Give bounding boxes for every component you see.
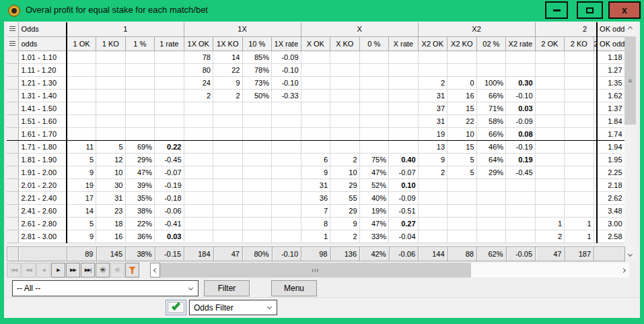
cell-x-rate[interactable] bbox=[389, 51, 419, 63]
cell-x2-pct[interactable] bbox=[476, 51, 506, 63]
cell-x2-pct[interactable]: 64% bbox=[476, 153, 506, 166]
cell-x-pct[interactable]: 52% bbox=[359, 179, 389, 191]
cell-2-ok[interactable]: 2 bbox=[535, 230, 565, 242]
ok-odd-cell[interactable]: 1.37 bbox=[597, 102, 624, 115]
table-row[interactable]: 1.31 - 1.40 2 2 50% -0.33 31 bbox=[7, 89, 624, 102]
cell-x-ko[interactable] bbox=[330, 140, 360, 153]
cell-1x-ok[interactable] bbox=[184, 140, 213, 153]
cell-1x-pct[interactable]: 50% bbox=[242, 89, 272, 102]
cell-x2-rate[interactable] bbox=[506, 63, 536, 76]
cell-1x-rate[interactable] bbox=[272, 230, 301, 242]
cell-x-rate[interactable]: 0.27 bbox=[389, 217, 419, 230]
cell-1-rate[interactable]: -0.41 bbox=[155, 217, 184, 230]
cell-x-ok[interactable] bbox=[301, 115, 330, 127]
cell-2-ok[interactable] bbox=[535, 76, 565, 89]
ok-odd-cell[interactable]: 1.95 bbox=[597, 153, 624, 166]
cell-1x-rate[interactable] bbox=[272, 102, 301, 115]
cell-1x-ok[interactable] bbox=[184, 204, 213, 217]
cell-1x-ko[interactable] bbox=[213, 217, 243, 230]
cell-1-ko[interactable]: 10 bbox=[96, 166, 126, 179]
cell-1-ok[interactable]: 9 bbox=[67, 230, 96, 242]
cell-x2-ok[interactable]: 19 bbox=[418, 127, 448, 140]
cell-1x-pct[interactable]: 85% bbox=[242, 51, 272, 63]
cell-x2-rate[interactable]: -0.19 bbox=[506, 140, 536, 153]
cell-x2-ko[interactable] bbox=[448, 204, 477, 217]
cell-1-pct[interactable]: 35% bbox=[125, 191, 155, 204]
cell-1-pct[interactable] bbox=[125, 115, 155, 127]
cell-x2-pct[interactable] bbox=[476, 217, 506, 230]
cell-1-ok[interactable]: 5 bbox=[67, 217, 96, 230]
cell-x2-ok[interactable] bbox=[418, 191, 448, 204]
cell-x2-pct[interactable] bbox=[476, 63, 506, 76]
cell-1-ok[interactable] bbox=[67, 76, 96, 89]
cell-1-ok[interactable] bbox=[67, 127, 96, 140]
odds-range-cell[interactable]: 1.61 - 1.70 bbox=[18, 127, 67, 140]
cell-1x-rate[interactable] bbox=[272, 179, 301, 191]
odds-range-cell[interactable]: 1.11 - 1.20 bbox=[18, 63, 67, 76]
cell-x-ko[interactable] bbox=[330, 51, 360, 63]
table-row[interactable]: 1.91 - 2.00 9 10 47% -0.07 9 10 47% -0.0… bbox=[7, 166, 624, 179]
cell-x2-rate[interactable] bbox=[506, 230, 536, 242]
cell-1x-ok[interactable]: 80 bbox=[184, 63, 213, 76]
cell-2-ko[interactable] bbox=[565, 76, 594, 89]
cell-1-ko[interactable] bbox=[96, 63, 126, 76]
cell-1x-pct[interactable] bbox=[242, 179, 272, 191]
cell-1-pct[interactable]: 36% bbox=[125, 230, 155, 242]
cell-1-pct[interactable] bbox=[125, 102, 155, 115]
cell-x-ok[interactable]: 36 bbox=[301, 191, 330, 204]
cell-1-rate[interactable] bbox=[155, 63, 184, 76]
cell-1-pct[interactable] bbox=[125, 89, 155, 102]
cell-1-pct[interactable]: 38% bbox=[125, 204, 155, 217]
cell-x-ko[interactable]: 55 bbox=[330, 191, 360, 204]
table-row[interactable]: 2.21 - 2.40 17 31 35% -0.18 36 55 40% -0… bbox=[7, 191, 624, 204]
cell-x-ko[interactable]: 10 bbox=[330, 166, 360, 179]
cell-1x-ko[interactable] bbox=[213, 140, 243, 153]
odds-range-cell[interactable]: 1.41 - 1.50 bbox=[18, 102, 67, 115]
cell-1x-ok[interactable] bbox=[184, 166, 213, 179]
cell-1x-ok[interactable] bbox=[184, 127, 213, 140]
cell-1-rate[interactable] bbox=[155, 51, 184, 63]
cell-x-pct[interactable] bbox=[359, 140, 389, 153]
cell-x-rate[interactable]: -0.51 bbox=[389, 204, 419, 217]
cell-1x-rate[interactable] bbox=[272, 166, 301, 179]
table-row[interactable]: 1.81 - 1.90 5 12 29% -0.45 6 2 75% 0.40 bbox=[7, 153, 624, 166]
cell-x2-pct[interactable]: 29% bbox=[476, 166, 506, 179]
cell-1-ko[interactable] bbox=[96, 76, 126, 89]
ok-odd-cell[interactable]: 2.62 bbox=[597, 191, 624, 204]
cell-1-ok[interactable] bbox=[67, 102, 96, 115]
cell-x-pct[interactable]: 40% bbox=[359, 191, 389, 204]
cell-2-ko[interactable] bbox=[565, 115, 594, 127]
cell-1-rate[interactable] bbox=[155, 102, 184, 115]
cell-x-pct[interactable] bbox=[359, 51, 389, 63]
nav-prior-page-button[interactable]: ◀◀ bbox=[22, 263, 36, 278]
nav-last-button[interactable]: ▶▶| bbox=[81, 263, 95, 278]
cell-2-ok[interactable] bbox=[535, 140, 565, 153]
odds-range-cell[interactable]: 1.71 - 1.80 bbox=[18, 140, 67, 153]
cell-x-rate[interactable]: -0.07 bbox=[389, 166, 419, 179]
odds-range-cell[interactable]: 2.41 - 2.60 bbox=[18, 204, 67, 217]
cell-1x-ok[interactable]: 2 bbox=[184, 89, 213, 102]
cell-1-ok[interactable]: 11 bbox=[67, 140, 96, 153]
cell-x2-ko[interactable] bbox=[448, 191, 477, 204]
table-row[interactable]: 1.41 - 1.50 37 15 bbox=[7, 102, 624, 115]
cell-1x-ok[interactable] bbox=[184, 230, 213, 242]
cell-x2-rate[interactable] bbox=[506, 179, 536, 191]
cell-1x-rate[interactable]: -0.09 bbox=[272, 51, 301, 63]
cell-x2-ok[interactable] bbox=[418, 51, 448, 63]
cell-1-ko[interactable]: 5 bbox=[96, 140, 126, 153]
table-row[interactable]: 1.21 - 1.30 24 9 73% -0.10 2 bbox=[7, 76, 624, 89]
ok-odd-cell[interactable]: 3.00 bbox=[597, 217, 624, 230]
cell-1-rate[interactable]: -0.45 bbox=[155, 153, 184, 166]
cell-2-ok[interactable] bbox=[535, 102, 565, 115]
cell-x2-rate[interactable] bbox=[506, 204, 536, 217]
cell-1x-ko[interactable] bbox=[213, 179, 243, 191]
cell-x-pct[interactable] bbox=[359, 115, 389, 127]
cell-1x-pct[interactable] bbox=[242, 230, 272, 242]
table-row[interactable]: 1.61 - 1.70 19 10 bbox=[7, 127, 624, 140]
cell-1x-ok[interactable] bbox=[184, 217, 213, 230]
cell-x2-rate[interactable]: -0.45 bbox=[506, 166, 536, 179]
cell-x2-ko[interactable]: 5 bbox=[448, 166, 477, 179]
cell-1-rate[interactable]: -0.06 bbox=[155, 204, 184, 217]
cell-1x-ko[interactable]: 14 bbox=[213, 51, 243, 63]
cell-x2-ok[interactable] bbox=[418, 204, 448, 217]
